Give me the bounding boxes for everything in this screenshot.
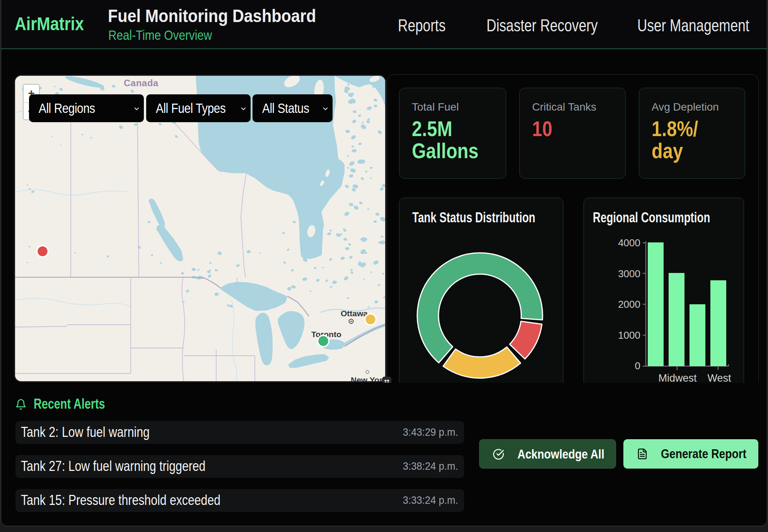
svg-text:1000: 1000 (618, 329, 640, 341)
svg-text:Ottawa: Ottawa (341, 309, 368, 318)
svg-text:New York: New York (351, 375, 385, 381)
svg-text:0: 0 (635, 360, 640, 372)
svg-text:Canada: Canada (124, 78, 159, 88)
svg-text:West: West (707, 372, 731, 384)
svg-text:Midwest: Midwest (658, 372, 697, 384)
svg-text:3000: 3000 (618, 268, 640, 280)
svg-text:4000: 4000 (618, 237, 640, 249)
svg-text:2000: 2000 (618, 298, 640, 310)
